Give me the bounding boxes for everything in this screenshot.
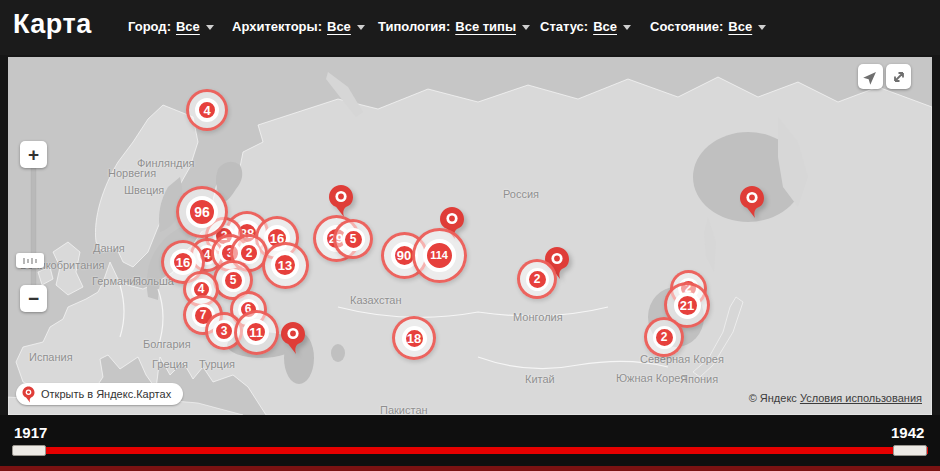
fullscreen-button[interactable] (886, 64, 911, 89)
expand-arrows-icon (891, 69, 907, 85)
basemap (8, 57, 932, 415)
map-country-label: Северная Корея (640, 353, 724, 365)
map-country-label: Казахстан (350, 294, 402, 306)
ruler-icon (23, 257, 37, 265)
page: Карта Город:Все Архитекторы:Все Типологи… (0, 0, 940, 471)
navigation-arrow-icon (863, 69, 879, 85)
header: Карта Город:Все Архитекторы:Все Типологи… (0, 0, 940, 55)
open-in-yandex-maps-button[interactable]: Открыть в Яндекс.Картах (16, 383, 183, 405)
filter-city-label: Город: (128, 19, 171, 34)
map-country-label: Россия (503, 188, 539, 200)
map-country-label: Пакистан (380, 404, 428, 415)
cluster-marker[interactable]: 5 (333, 219, 373, 259)
zoom-out-button[interactable]: − (20, 285, 47, 312)
map-country-label: Монголия (513, 311, 563, 323)
filter-architects-value[interactable]: Все (327, 19, 351, 34)
filter-typology-label: Типология: (378, 19, 450, 34)
timeline-left-handle[interactable] (12, 445, 46, 456)
map-country-label: Япония (680, 373, 718, 385)
cluster-marker[interactable]: 2 (517, 259, 557, 299)
filter-city-value[interactable]: Все (176, 19, 200, 34)
filter-city[interactable]: Город:Все (128, 19, 214, 34)
yandex-pin-icon (22, 386, 35, 403)
zoom-in-button[interactable]: + (20, 141, 47, 168)
timeline: 1917 1942 (0, 415, 940, 471)
cluster-count: 2 (653, 326, 676, 349)
open-in-yandex-maps-label: Открыть в Яндекс.Картах (41, 388, 171, 400)
filter-status[interactable]: Статус:Все (540, 19, 631, 34)
cluster-count: 18 (402, 326, 427, 351)
cluster-marker[interactable]: 13 (262, 242, 309, 289)
cluster-count: 16 (170, 249, 196, 275)
chevron-down-icon (758, 25, 766, 30)
zoom-slider-handle[interactable] (16, 253, 44, 268)
filter-condition-value[interactable]: Все (728, 19, 752, 34)
cluster-count: 5 (222, 269, 245, 292)
filter-condition-label: Состояние: (650, 19, 723, 34)
cluster-count: 2 (238, 242, 260, 264)
cluster-count: 114 (423, 239, 456, 272)
timeline-end-year: 1942 (891, 424, 924, 441)
filter-status-label: Статус: (540, 19, 588, 34)
cluster-count: 2 (526, 268, 549, 291)
filter-typology[interactable]: Типология:Все типы (378, 19, 530, 34)
cluster-marker[interactable]: 114 (412, 228, 467, 283)
chevron-down-icon (623, 25, 631, 30)
filter-typology-value[interactable]: Все типы (455, 19, 516, 34)
filter-condition[interactable]: Состояние:Все (650, 19, 766, 34)
map-country-label: Южная Корея (616, 372, 686, 384)
chevron-down-icon (357, 25, 365, 30)
cluster-count: 96 (186, 196, 218, 228)
terms-of-use-link[interactable]: Условия использования (800, 392, 922, 404)
cluster-marker[interactable]: 4 (186, 89, 228, 131)
map-country-label: Испания (29, 351, 73, 363)
map-country-label: Греция (152, 358, 188, 370)
cluster-marker[interactable]: 2 (644, 317, 684, 357)
map-country-label: Болгария (143, 338, 191, 350)
map-country-label: Дания (93, 242, 125, 254)
cluster-marker[interactable]: 11 (234, 310, 279, 355)
geolocation-button[interactable] (858, 64, 883, 89)
cluster-marker[interactable]: 96 (176, 186, 228, 238)
cluster-count: 21 (674, 292, 701, 319)
timeline-right-handle[interactable] (893, 445, 927, 456)
map-country-label: Турция (199, 358, 235, 370)
map-country-label: Швеция (124, 184, 164, 196)
cluster-marker[interactable]: 18 (392, 316, 436, 360)
map-canvas[interactable]: ФинляндияНорвегияШвецияДанияВеликобритан… (8, 57, 932, 415)
copyright-text: © Яндекс (749, 392, 797, 404)
map-pin[interactable] (280, 321, 306, 359)
chevron-down-icon (522, 25, 530, 30)
cluster-count: 11 (243, 319, 269, 345)
cluster-count: 3 (213, 320, 235, 342)
filter-status-value[interactable]: Все (593, 19, 617, 34)
map-pin[interactable] (739, 185, 765, 223)
timeline-full-range-bar[interactable] (0, 466, 940, 471)
map-copyright: © Яндекс Условия использования (749, 392, 922, 404)
cluster-count: 5 (342, 228, 365, 251)
filter-architects[interactable]: Архитекторы:Все (232, 19, 365, 34)
cluster-count: 13 (271, 251, 299, 279)
page-title: Карта (13, 9, 92, 40)
chevron-down-icon (206, 25, 214, 30)
map-country-label: Китай (525, 373, 555, 385)
timeline-selected-range-bar[interactable] (12, 447, 928, 454)
timeline-start-year: 1917 (14, 424, 47, 441)
zoom-slider-track[interactable] (32, 165, 35, 289)
filter-architects-label: Архитекторы: (232, 19, 322, 34)
map-country-label: Норвегия (108, 167, 156, 179)
cluster-count: 4 (195, 98, 219, 122)
